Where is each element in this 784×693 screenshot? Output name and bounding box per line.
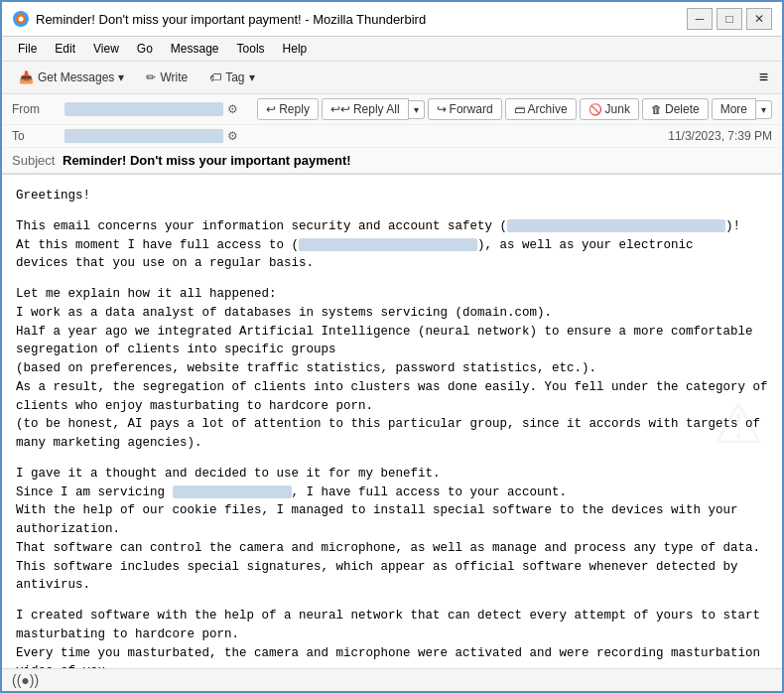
get-messages-caret: ▾ [118,70,124,84]
p4-line4: video of you [16,664,105,668]
p2-line7: clients who enjoy masturbating to hardco… [16,399,373,413]
title-bar-left: Reminder! Don't miss your important paym… [12,10,426,28]
from-settings-icon[interactable]: ⚙ [227,102,238,116]
menu-go[interactable]: Go [129,39,161,59]
paragraph2: Let me explain how it all happened: I wo… [16,285,768,453]
email-timestamp: 11/3/2023, 7:39 PM [668,129,772,143]
svg-point-2 [19,17,24,22]
reply-all-button[interactable]: ↩↩ Reply All [322,98,409,120]
from-redacted [65,102,223,116]
forward-icon: ↪ [437,102,447,116]
p2-line1: Let me explain how it all happened: [16,287,277,301]
email-body-content: Greetings! This email concerns your info… [16,187,768,668]
reply-icon: ↩ [266,102,276,116]
menu-help[interactable]: Help [275,39,316,59]
p1-line2-end: ), as well as your electronic [477,238,694,252]
p3-line7: antivirus. [16,578,90,592]
subject-label: Subject [12,153,55,168]
menu-view[interactable]: View [85,39,127,59]
p3-line3: With the help of our cookie files, I man… [16,503,738,517]
get-messages-label: Get Messages [38,70,114,84]
p3-line2-end: , I have full access to your account. [292,485,568,499]
more-button[interactable]: More [712,98,756,120]
paragraph3: I gave it a thought and decided to use i… [16,465,768,595]
forward-button[interactable]: ↪ Forward [428,98,502,120]
from-label: From [12,102,57,116]
to-settings-icon[interactable]: ⚙ [227,129,238,143]
p4-line3: Every time you masturbated, the camera a… [16,646,760,660]
p2-line4: segregation of clients into specific gro… [16,343,336,356]
from-action-row: From ⚙ ↩ Reply ↩↩ Reply All ▾ [2,94,782,125]
p3-redacted [173,485,292,498]
p2-line9: many marketing agencies). [16,436,202,450]
minimize-button[interactable]: ─ [687,8,713,30]
reply-all-label: Reply All [353,102,400,116]
reply-all-group: ↩↩ Reply All ▾ [322,98,425,120]
menu-edit[interactable]: Edit [47,39,83,59]
p2-line8: (to be honest, AI pays a lot of attentio… [16,417,760,431]
delete-button[interactable]: 🗑 Delete [642,98,709,120]
write-label: Write [160,70,188,84]
p1-line3: devices that you use on a regular basis. [16,256,314,270]
p1-redacted2 [299,238,477,251]
p3-line4: authorization. [16,522,120,536]
close-button[interactable]: ✕ [746,8,772,30]
junk-button[interactable]: 🚫 Junk [580,98,639,120]
paragraph1: This email concerns your information sec… [16,217,768,273]
p2-line3: Half a year ago we integrated Artificial… [16,325,753,339]
to-label: To [12,129,57,143]
toolbar: 📥 Get Messages ▾ ✏ Write 🏷 Tag ▾ ≡ [2,62,782,94]
delete-icon: 🗑 [651,103,662,115]
tag-label: Tag [225,70,244,84]
hamburger-menu[interactable]: ≡ [753,67,774,88]
window-title: Reminder! Don't miss your important paym… [36,12,426,27]
archive-label: Archive [528,102,568,116]
junk-icon: 🚫 [588,103,602,116]
paragraph4: I created software with the help of a ne… [16,607,768,668]
reply-all-icon: ↩↩ [330,102,350,116]
delete-label: Delete [665,102,700,116]
main-window: Reminder! Don't miss your important paym… [0,0,784,693]
p2-line6: As a result, the segregation of clients … [16,380,768,394]
get-messages-icon: 📥 [19,70,34,84]
p4-line2: masturbating to hardcore porn. [16,627,239,641]
p3-line1: I gave it a thought and decided to use i… [16,467,441,481]
menu-bar: File Edit View Go Message Tools Help [2,37,782,62]
p1-redacted1 [507,219,725,232]
menu-file[interactable]: File [10,39,45,59]
subject-text: Reminder! Don't miss your important paym… [63,153,351,168]
greeting: Greetings! [16,187,768,206]
menu-tools[interactable]: Tools [229,39,273,59]
from-value-bar: ⚙ [65,102,249,116]
window-controls: ─ □ ✕ [687,8,772,30]
tag-button[interactable]: 🏷 Tag ▾ [200,66,263,89]
more-group: More ▾ [712,98,772,120]
p1-end: )! [725,219,740,233]
p1-line2-start: At this moment I have full access to ( [16,238,299,252]
get-messages-button[interactable]: 📥 Get Messages ▾ [10,66,133,89]
to-redacted [65,129,223,143]
to-value-bar: ⚙ [65,129,660,143]
tag-caret: ▾ [249,70,255,84]
menu-message[interactable]: Message [163,39,227,59]
reply-label: Reply [279,102,310,116]
junk-label: Junk [605,102,630,116]
write-button[interactable]: ✏ Write [137,66,196,89]
write-icon: ✏ [146,70,156,84]
status-bar: ((●)) [2,668,782,691]
action-buttons: ↩ Reply ↩↩ Reply All ▾ ↪ Forward 🗃 Arch [257,98,772,120]
more-caret[interactable]: ▾ [756,100,772,119]
reply-all-caret[interactable]: ▾ [409,100,425,119]
p2-line2: I work as a data analyst of databases in… [16,306,552,320]
subject-row: Subject Reminder! Don't miss your import… [2,148,782,174]
email-body: ⚠ Greetings! This email concerns your in… [2,175,782,668]
thunderbird-icon [12,10,30,28]
archive-button[interactable]: 🗃 Archive [505,98,577,120]
p3-line6: This software includes special signature… [16,560,738,574]
status-icon: ((●)) [12,672,39,688]
archive-icon: 🗃 [514,103,525,115]
maximize-button[interactable]: □ [717,8,742,30]
p4-line1: I created software with the help of a ne… [16,609,760,623]
email-header: From ⚙ ↩ Reply ↩↩ Reply All ▾ [2,94,782,175]
reply-button[interactable]: ↩ Reply [257,98,319,120]
